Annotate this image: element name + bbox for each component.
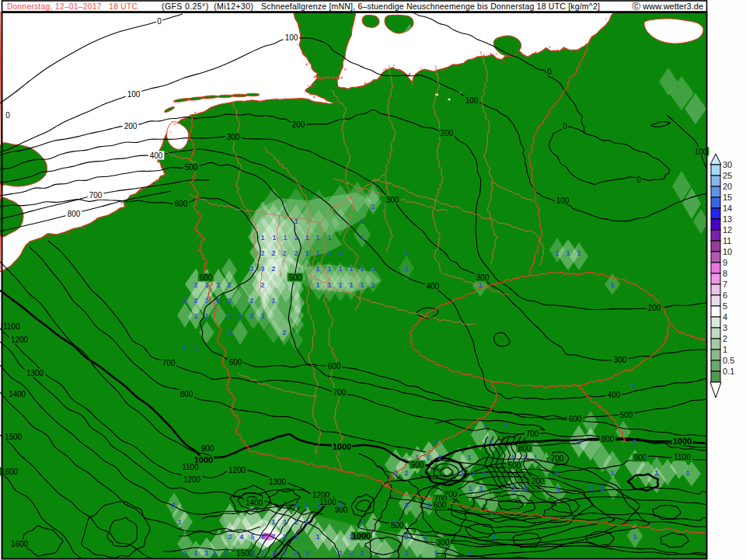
svg-text:1: 1 <box>327 265 331 273</box>
svg-text:1: 1 <box>315 234 319 242</box>
svg-text:1: 1 <box>404 249 408 257</box>
svg-text:1300: 1300 <box>26 369 44 377</box>
svg-text:2: 2 <box>522 485 526 492</box>
svg-text:1: 1 <box>479 485 483 492</box>
svg-text:1: 1 <box>577 249 580 257</box>
svg-text:1: 1 <box>511 485 515 492</box>
svg-text:1: 1 <box>610 281 614 289</box>
svg-text:2: 2 <box>338 549 342 557</box>
svg-text:2: 2 <box>260 549 264 557</box>
svg-text:0.1: 0.1 <box>723 367 734 376</box>
svg-text:1: 1 <box>393 518 397 526</box>
svg-text:7: 7 <box>271 533 275 541</box>
svg-text:2: 2 <box>193 297 197 304</box>
svg-text:500: 500 <box>508 461 521 470</box>
svg-text:1: 1 <box>493 533 497 541</box>
svg-text:1: 1 <box>183 344 186 352</box>
svg-text:20: 20 <box>723 182 732 191</box>
svg-text:2: 2 <box>723 334 727 343</box>
svg-text:2: 2 <box>260 249 264 257</box>
svg-text:1: 1 <box>305 234 309 242</box>
svg-text:900: 900 <box>201 444 214 453</box>
svg-text:1: 1 <box>426 454 430 461</box>
svg-text:1000: 1000 <box>673 437 692 446</box>
svg-text:1: 1 <box>483 422 487 430</box>
svg-text:400: 400 <box>150 151 163 160</box>
svg-text:12: 12 <box>723 225 732 235</box>
svg-text:1: 1 <box>360 234 364 242</box>
svg-text:1: 1 <box>393 469 397 477</box>
svg-text:7: 7 <box>723 280 727 289</box>
svg-text:1: 1 <box>338 249 342 257</box>
svg-text:500: 500 <box>620 411 633 419</box>
svg-text:500: 500 <box>185 163 198 172</box>
svg-text:0: 0 <box>636 176 641 184</box>
svg-text:3: 3 <box>260 265 264 273</box>
svg-text:800: 800 <box>601 435 615 443</box>
svg-text:2: 2 <box>404 469 408 477</box>
svg-text:900: 900 <box>411 461 424 469</box>
svg-text:1: 1 <box>404 549 408 557</box>
svg-text:2: 2 <box>183 297 186 304</box>
svg-text:1: 1 <box>172 501 176 509</box>
svg-text:1: 1 <box>478 281 482 289</box>
svg-text:2: 2 <box>349 549 353 557</box>
svg-text:25: 25 <box>723 171 732 180</box>
svg-text:9: 9 <box>723 258 727 267</box>
svg-text:0: 0 <box>5 111 10 120</box>
svg-text:5: 5 <box>723 301 727 311</box>
svg-text:1: 1 <box>610 469 614 477</box>
svg-text:200: 200 <box>124 122 138 130</box>
svg-text:4: 4 <box>723 312 727 322</box>
svg-text:1: 1 <box>460 469 464 477</box>
svg-text:1200: 1200 <box>11 336 29 344</box>
svg-text:1: 1 <box>271 297 275 304</box>
svg-text:1: 1 <box>489 438 493 446</box>
svg-text:700: 700 <box>526 430 539 438</box>
svg-text:15: 15 <box>723 193 732 202</box>
svg-text:2: 2 <box>282 249 286 257</box>
svg-text:1: 1 <box>305 549 309 557</box>
svg-text:13: 13 <box>723 214 732 224</box>
svg-text:1: 1 <box>360 265 364 273</box>
svg-text:100: 100 <box>695 148 708 156</box>
svg-text:1: 1 <box>471 469 475 477</box>
svg-text:1: 1 <box>294 501 298 509</box>
svg-text:2: 2 <box>249 312 253 320</box>
svg-text:1: 1 <box>315 533 319 541</box>
svg-text:1: 1 <box>204 312 208 320</box>
svg-text:1: 1 <box>555 249 559 257</box>
svg-text:1600: 1600 <box>11 540 29 548</box>
svg-text:1: 1 <box>193 344 197 352</box>
svg-text:1: 1 <box>260 312 264 320</box>
svg-text:2: 2 <box>271 549 275 557</box>
svg-text:2: 2 <box>216 281 220 289</box>
svg-text:1: 1 <box>468 549 472 557</box>
svg-text:3: 3 <box>204 297 208 304</box>
svg-text:800: 800 <box>68 210 81 218</box>
svg-text:2: 2 <box>282 329 286 336</box>
svg-text:2: 2 <box>216 297 220 304</box>
svg-text:3: 3 <box>282 533 286 541</box>
svg-text:2: 2 <box>589 485 593 492</box>
svg-text:1: 1 <box>600 485 604 492</box>
svg-text:14: 14 <box>723 203 732 213</box>
svg-text:5: 5 <box>250 533 254 541</box>
svg-text:3: 3 <box>249 265 253 273</box>
svg-text:100: 100 <box>285 33 298 42</box>
svg-text:1: 1 <box>371 281 375 289</box>
svg-text:1: 1 <box>360 281 364 289</box>
svg-text:1: 1 <box>227 312 231 320</box>
svg-text:3: 3 <box>723 323 727 332</box>
svg-text:1: 1 <box>315 281 319 289</box>
svg-text:2: 2 <box>223 549 227 557</box>
svg-text:1: 1 <box>371 265 375 273</box>
svg-text:3: 3 <box>294 234 298 242</box>
svg-text:2: 2 <box>227 281 231 289</box>
svg-text:Donnerstag, 12–01–2017 18 UT: Donnerstag, 12–01–2017 18 UTC <box>7 2 138 11</box>
svg-text:2: 2 <box>404 533 408 541</box>
svg-text:1: 1 <box>654 469 658 477</box>
svg-text:600: 600 <box>434 501 447 510</box>
svg-text:2: 2 <box>271 249 275 257</box>
svg-text:300: 300 <box>437 538 450 547</box>
